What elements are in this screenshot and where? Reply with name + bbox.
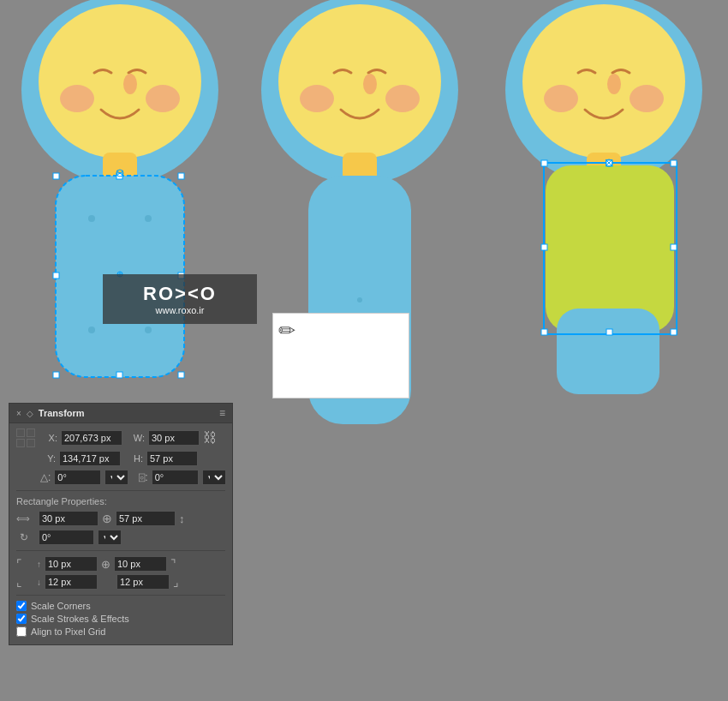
svg-point-36 [544, 85, 578, 112]
panel-close-icon[interactable]: × [16, 409, 21, 418]
angle-unit-select[interactable]: ▾ [104, 470, 128, 485]
svg-point-30 [363, 74, 377, 94]
scale-strokes-checkbox[interactable] [16, 614, 27, 624]
y-input[interactable] [59, 451, 121, 466]
rect-link-icon[interactable]: ⊕ [102, 512, 112, 525]
svg-point-23 [145, 215, 152, 222]
svg-rect-41 [557, 309, 659, 394]
corner-tl-icon: ⌜ [16, 557, 33, 571]
corner-tr-input[interactable] [114, 556, 167, 572]
shear-label: ⌻: [139, 471, 147, 483]
corner-link-icon[interactable]: ⊕ [101, 558, 110, 571]
separator-2 [480, 0, 483, 701]
svg-point-3 [146, 85, 180, 112]
svg-point-22 [88, 215, 95, 222]
svg-rect-46 [541, 244, 547, 250]
rect-width-icon: ⟺ [16, 513, 35, 524]
rect-section-label: Rectangle Properties: [16, 496, 225, 506]
svg-rect-13 [53, 372, 59, 378]
svg-point-24 [88, 327, 95, 333]
link-wh-icon[interactable]: ⛓ [203, 430, 217, 446]
scale-corners-checkbox[interactable] [16, 601, 27, 611]
constraint-icon-tl[interactable] [16, 428, 25, 437]
svg-point-4 [123, 74, 137, 94]
align-pixel-row: Align to Pixel Grid [16, 626, 225, 637]
y-label: Y: [40, 453, 56, 464]
angle-label: △: [40, 471, 51, 483]
constraint-grid [16, 428, 35, 447]
scale-strokes-row: Scale Strokes & Effects [16, 614, 225, 624]
divider-3 [16, 595, 225, 596]
divider-1 [16, 490, 225, 491]
constraint-icon-bl[interactable] [16, 439, 25, 447]
scale-strokes-label: Scale Strokes & Effects [31, 614, 129, 624]
svg-rect-14 [116, 372, 122, 378]
corner-up-icon: ↑ [37, 560, 41, 569]
w-label: W: [126, 433, 145, 443]
svg-point-27 [278, 4, 441, 159]
rect-angle-unit-select[interactable]: ▾ [98, 530, 122, 545]
svg-point-25 [145, 327, 152, 333]
tooltip-preview: ✏ [272, 313, 409, 398]
corner-bl-input[interactable] [45, 574, 98, 590]
h-label: H: [124, 453, 143, 464]
svg-point-28 [300, 85, 334, 112]
divider-2 [16, 550, 225, 551]
panel-title: Transform [39, 408, 85, 418]
w-input[interactable] [148, 430, 200, 446]
svg-rect-49 [606, 329, 612, 335]
x-input[interactable] [61, 430, 122, 446]
svg-rect-43 [541, 160, 547, 166]
corner-br-icon: ⌟ [173, 575, 179, 589]
svg-rect-11 [53, 273, 59, 279]
svg-rect-40 [546, 165, 674, 333]
canvas-area: ✏ [0, 0, 728, 701]
character-3 [484, 0, 724, 420]
svg-point-1 [39, 4, 201, 159]
svg-point-38 [607, 74, 621, 94]
svg-point-33 [357, 297, 362, 303]
svg-point-29 [385, 85, 420, 112]
rect-w-input[interactable] [39, 511, 98, 526]
h-input[interactable] [146, 451, 198, 466]
svg-point-2 [60, 85, 94, 112]
svg-point-37 [630, 85, 664, 112]
rect-angle-input[interactable] [39, 530, 94, 545]
corner-tl-input[interactable] [45, 556, 98, 572]
svg-rect-10 [178, 173, 184, 179]
scale-corners-row: Scale Corners [16, 601, 225, 611]
shear-unit-select[interactable]: ▾ [202, 470, 226, 485]
panel-menu-icon[interactable]: ≡ [219, 407, 225, 419]
svg-rect-45 [671, 160, 677, 166]
character-1 [0, 0, 240, 403]
x-label: X: [42, 433, 57, 443]
corner-down-icon: ↓ [37, 578, 41, 587]
angle-input[interactable] [54, 470, 101, 485]
constraint-icon-tr[interactable] [27, 428, 35, 437]
svg-rect-48 [541, 329, 547, 335]
rect-angle-icon: ↻ [20, 531, 35, 543]
rect-height-icon: ↕ [179, 512, 185, 525]
panel-body: X: W: ⛓ Y: H: △: ▾ ⌻: [9, 423, 232, 644]
corner-br-input[interactable] [116, 574, 170, 590]
align-pixel-checkbox[interactable] [16, 626, 27, 637]
pencil-icon: ✏ [278, 319, 295, 343]
svg-rect-50 [671, 329, 677, 335]
corner-tr-icon: ⌝ [170, 557, 176, 571]
svg-rect-15 [178, 372, 184, 378]
transform-panel: × ◇ Transform ≡ X: W: ⛓ [9, 403, 233, 645]
shear-input[interactable] [152, 470, 199, 485]
rect-h-input[interactable] [116, 511, 176, 526]
corner-bl-icon: ⌞ [16, 575, 33, 589]
svg-rect-47 [671, 244, 677, 250]
watermark: RO><O www.roxo.ir [103, 274, 257, 324]
align-pixel-label: Align to Pixel Grid [31, 626, 105, 637]
constraint-icon-br[interactable] [27, 439, 35, 447]
svg-rect-8 [53, 173, 59, 179]
svg-point-35 [522, 4, 685, 159]
panel-header: × ◇ Transform ≡ [9, 404, 232, 423]
scale-corners-label: Scale Corners [31, 601, 91, 611]
